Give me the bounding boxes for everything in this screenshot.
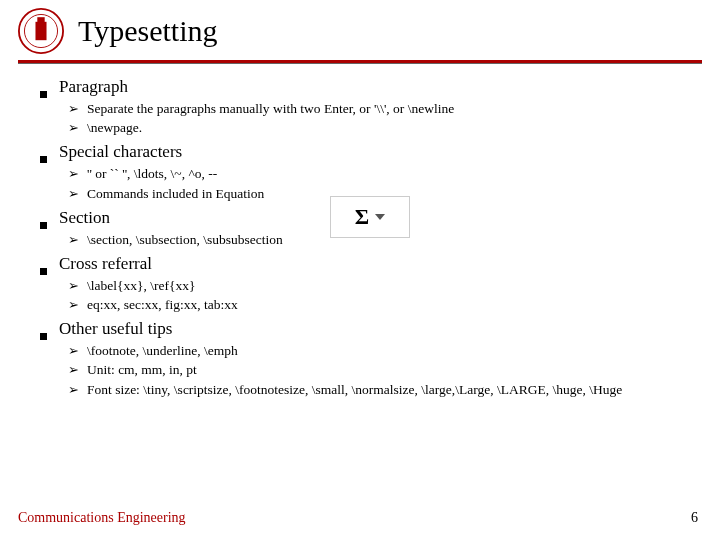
equation-toolbar-button[interactable]: Σ [330,196,410,238]
bullet-paragraph: Paragraph [40,76,680,99]
chevron-icon: ➢ [68,342,79,360]
bullet-label: Paragraph [59,76,128,99]
page-number: 6 [691,510,698,526]
slide-header: Typesetting [0,0,720,60]
university-logo [18,8,64,54]
bullet-label: Section [59,207,110,230]
chevron-icon: ➢ [68,381,79,399]
bullet-special-characters: Special characters [40,141,680,164]
sub-text: \section, \subsection, \subsubsection [87,231,283,249]
divider-gray [18,63,702,64]
bullet-cross-referral: Cross referral [40,253,680,276]
bullet-icon [40,222,47,229]
sub-item: ➢ Separate the paragraphs manually with … [68,100,680,118]
chevron-icon: ➢ [68,277,79,295]
slide-title: Typesetting [78,14,218,48]
bullet-other-useful-tips: Other useful tips [40,318,680,341]
sub-item: ➢ '' or `` '', \ldots, \~, ^o, -- [68,165,680,183]
sub-text: Commands included in Equation [87,185,264,203]
sub-item: ➢ Unit: cm, mm, in, pt [68,361,680,379]
sub-item: ➢ \label{xx}, \ref{xx} [68,277,680,295]
chevron-icon: ➢ [68,361,79,379]
bullet-icon [40,156,47,163]
chevron-icon: ➢ [68,185,79,203]
sub-text: \label{xx}, \ref{xx} [87,277,195,295]
sub-item: ➢ \footnote, \underline, \emph [68,342,680,360]
chevron-icon: ➢ [68,119,79,137]
sub-text: '' or `` '', \ldots, \~, ^o, -- [87,165,217,183]
sub-text: Font size: \tiny, \scriptsize, \footnote… [87,381,622,399]
sub-item: ➢ Font size: \tiny, \scriptsize, \footno… [68,381,680,399]
bullet-icon [40,268,47,275]
bullet-icon [40,333,47,340]
dropdown-triangle-icon [375,214,385,220]
slide-footer: Communications Engineering 6 [18,510,698,526]
sub-item: ➢ \newpage. [68,119,680,137]
chevron-icon: ➢ [68,231,79,249]
svg-rect-3 [37,17,44,23]
bullet-label: Other useful tips [59,318,172,341]
chevron-icon: ➢ [68,100,79,118]
bullet-icon [40,91,47,98]
sub-text: eq:xx, sec:xx, fig:xx, tab:xx [87,296,238,314]
sub-text: Separate the paragraphs manually with tw… [87,100,454,118]
chevron-icon: ➢ [68,296,79,314]
sub-text: \footnote, \underline, \emph [87,342,238,360]
sub-text: \newpage. [87,119,142,137]
sigma-icon: Σ [355,204,369,230]
sub-text: Unit: cm, mm, in, pt [87,361,197,379]
bullet-label: Cross referral [59,253,152,276]
sub-item: ➢ eq:xx, sec:xx, fig:xx, tab:xx [68,296,680,314]
svg-rect-2 [35,22,46,40]
chevron-icon: ➢ [68,165,79,183]
footer-text: Communications Engineering [18,510,186,526]
bullet-label: Special characters [59,141,182,164]
